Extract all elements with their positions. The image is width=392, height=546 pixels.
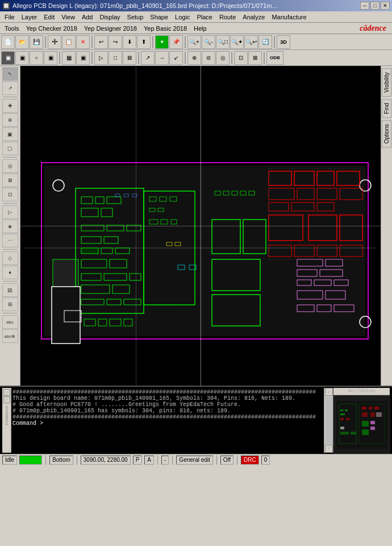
console-scroll-up[interactable]: ▲ [3,389,10,396]
tb-cross[interactable]: ✛ [48,35,61,49]
visibility-tab[interactable]: Visibility [382,68,391,97]
tb-zoom-in[interactable]: 🔍+ [187,35,201,49]
console-scrollbar[interactable]: ▲ ▼ [324,388,333,453]
console-command-prompt[interactable]: Command > [12,420,323,427]
tb-route-active[interactable]: ✦ [155,35,169,49]
tb-zoom-prev[interactable]: 🔍↩ [244,35,258,49]
status-idle: Idle [2,456,17,465]
menu-analyze[interactable]: Analyze [239,13,268,22]
tb2-15[interactable]: ◎ [216,51,230,65]
tb2-9[interactable]: ⊠ [123,51,136,65]
menu-add[interactable]: Add [78,13,97,22]
tb-delete[interactable]: ✕ [76,35,90,49]
lt-hatch[interactable]: ▤ [2,283,18,297]
status-layer[interactable]: Bottom [49,456,73,465]
menu-yep-basic[interactable]: Yep Basic 2018 [140,24,190,33]
menu-yep-designer[interactable]: Yep Designer 2018 [81,24,140,33]
tb-zoom-fit[interactable]: 🔍□ [216,35,230,49]
menu-file[interactable]: File [1,13,18,22]
tb-3d[interactable]: 3D [277,35,290,49]
lt-cross[interactable]: ⊠ [2,173,18,187]
tb2-2[interactable]: ▣ [15,51,29,65]
menu-layer[interactable]: Layer [18,13,41,22]
lt-outline[interactable]: ▢ [2,142,18,155]
status-dash: - [161,456,169,465]
scroll-down-btn[interactable]: ▼ [325,445,333,453]
lt-add-connect[interactable]: ✚ [2,99,18,113]
tb2-odb[interactable]: ODB [266,51,283,65]
menu-manufacture[interactable]: Manufacture [268,13,310,22]
lt-poly[interactable]: ⊡ [2,188,18,201]
lt-dots[interactable]: ⋯ [2,234,18,247]
tb-open[interactable]: 📂 [15,35,29,49]
tb-up[interactable]: ⬆ [137,35,151,49]
console-line-5: ########################################… [12,414,323,420]
tb2-4[interactable]: ▣ [44,51,57,65]
svg-rect-22 [81,248,98,254]
lt-text-add[interactable]: abc⊕ [2,329,18,343]
tb-save[interactable]: 💾 [30,35,43,49]
canvas-area[interactable] [20,66,381,386]
lt-circle[interactable]: ◎ [2,159,18,173]
tb2-5[interactable]: ▦ [62,51,76,65]
menu-yep-checker[interactable]: Yep Checker 2018 [23,24,81,33]
menu-setup[interactable]: Setup [124,13,147,22]
minimize-button[interactable]: ─ [360,2,369,10]
lt-via[interactable]: ⊕ [2,113,18,127]
lt-select[interactable]: ↖ [2,67,18,81]
tb2-1[interactable]: ▣ [1,51,15,65]
lt-star[interactable]: ◈ [2,220,18,233]
sep11 [264,52,265,64]
menu-edit[interactable]: Edit [40,13,58,22]
tb2-7[interactable]: ▷ [94,51,108,65]
tb2-11[interactable]: → [155,51,169,65]
tb2-8[interactable]: □ [109,51,122,65]
tb-new[interactable]: 📄 [1,35,15,49]
lt-arrow-r[interactable]: ▷ [2,205,18,219]
lt-diamond[interactable]: ◇ [2,251,18,265]
tb2-12[interactable]: ↙ [169,51,183,65]
tb-redo[interactable]: ↪ [109,35,122,49]
menu-place[interactable]: Place [193,13,216,22]
tb-down[interactable]: ⬇ [123,35,136,49]
tb-copy[interactable]: 📋 [62,35,76,49]
menu-shape[interactable]: Shape [147,13,172,22]
tb-pin[interactable]: 📌 [169,35,183,49]
tb2-14[interactable]: ⊘ [202,51,215,65]
tb-zoom-sel[interactable]: 🔍✦ [230,35,244,49]
status-sep5 [216,456,217,465]
menu-display[interactable]: Display [96,13,123,22]
status-p[interactable]: P [133,456,143,465]
console-line-1: ########################################… [12,389,323,395]
options-tab[interactable]: Options [382,120,391,147]
menu-view[interactable]: View [58,13,78,22]
status-a[interactable]: A [144,456,154,465]
lt-move[interactable]: ↗ [2,81,18,95]
close-button[interactable]: ✕ [381,2,390,10]
lt-diamond2[interactable]: ♦ [2,266,18,279]
scroll-up-btn[interactable]: ▲ [325,388,333,396]
lt-text[interactable]: abc [2,315,18,329]
tb-zoom-refresh[interactable]: 🔄 [258,35,272,49]
find-tab[interactable]: Find [382,99,391,118]
tb2-10[interactable]: ↗ [141,51,155,65]
maximize-button[interactable]: □ [370,2,380,10]
title-bar-controls[interactable]: ─ □ ✕ [360,2,390,10]
console-text-area[interactable]: ########################################… [11,388,324,453]
menu-help[interactable]: Help [190,24,210,33]
tb2-17[interactable]: ⊠ [248,51,262,65]
console-scroll-dn[interactable]: ▼ [3,396,10,403]
tb2-16[interactable]: ⊡ [234,51,248,65]
lt-grid[interactable]: ⊞ [2,297,18,311]
svg-rect-114 [362,429,369,435]
lt-rect[interactable]: ▣ [2,127,18,141]
tb-undo[interactable]: ↩ [94,35,108,49]
menu-logic[interactable]: Logic [172,13,193,22]
status-drc[interactable]: DRC [241,456,259,465]
tb2-6[interactable]: ▣ [76,51,90,65]
menu-tools[interactable]: Tools [1,24,23,33]
tb-zoom-out[interactable]: 🔍- [202,35,215,49]
menu-route[interactable]: Route [216,13,239,22]
tb2-13[interactable]: ⊕ [187,51,201,65]
tb2-3[interactable]: ○ [30,51,43,65]
